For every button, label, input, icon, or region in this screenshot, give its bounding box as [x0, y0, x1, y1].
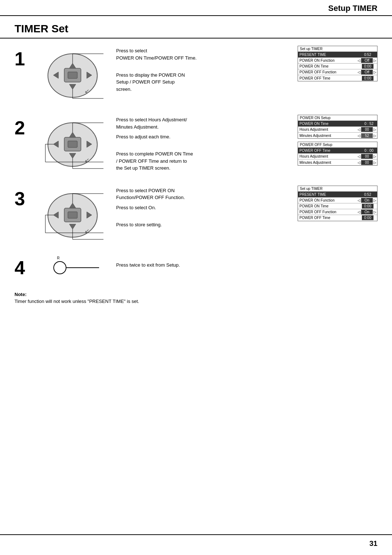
step-3-inst-1: Press to select POWER ONFunction/POWER O…: [116, 187, 294, 201]
step-1-power-off-function-value: Off: [361, 70, 373, 74]
step-1-present-time-row: PRESENT TIME 0:52: [298, 52, 377, 58]
step-2-min-adj-row: Minutes Adjustment ◁ 52 ▷: [298, 133, 377, 138]
step-1-pof-arrow-right: ▷: [373, 58, 377, 62]
footer-page-number: 31: [369, 539, 377, 548]
svg-rect-6: [68, 72, 77, 78]
step-3-power-off-function-value: On: [361, 210, 373, 214]
step-2-hours-adj-value: 00: [361, 127, 373, 132]
step-2-off-min-adj-row: Minutes Adjustment ◁ 00 ▷: [298, 159, 377, 165]
step-2-power-on-time-label: POWER ON Time: [298, 121, 362, 126]
svg-rect-33: [68, 212, 77, 218]
step-2-off-hours-adj-label: Hours Adjustment: [298, 154, 357, 159]
remote-control-2: ↙: [42, 115, 103, 173]
note-text: Timer function will not work unless "PRE…: [15, 299, 377, 304]
note-section: Note: Timer function will not work unles…: [15, 288, 377, 304]
step-2-screen-bottom-title: POWER OFF Setup: [298, 142, 377, 148]
step-2-inst-1: Press to select Hours Adjustment/Minutes…: [116, 116, 294, 130]
main-content: 1 ↙: [0, 39, 392, 311]
step-2-off-hours-arrow-right: ▷: [373, 154, 377, 158]
step-3-screen-box: Set up TIMER PRESENT TIME 0:52 POWER ON …: [298, 186, 377, 221]
step-2-off-min-arrow-right: ▷: [373, 161, 377, 165]
step-2-power-off-time-value: 0 : 00: [362, 148, 376, 153]
step-3-power-on-time-value: 0:00: [362, 204, 373, 208]
step-2-number: 2: [15, 118, 36, 137]
step-3-power-off-time-value: 0:00: [362, 215, 373, 220]
step-1-screen-title: Set up TIMER: [298, 46, 377, 52]
step-2-power-off-time-label: POWER OFF Time: [298, 148, 362, 153]
step-3-pof-arrow-right: ▷: [373, 198, 377, 202]
page-title: TIMER Set: [15, 23, 68, 35]
step-3-number: 3: [15, 189, 36, 208]
header-title: Setup TIMER: [328, 4, 377, 13]
step-1-power-off-time-label: POWER OFF Time: [298, 76, 362, 81]
header: Setup TIMER: [0, 0, 392, 16]
step-1-power-off-function-row: POWER OFF Function ◁ Off ▷: [298, 69, 377, 75]
step-3-inst-3: Press to store setting.: [116, 221, 294, 228]
step-2-screen: POWER ON Setup POWER ON Time 0 : 52 Hour…: [298, 115, 377, 169]
step-2-power-on-time-value: 0 : 52: [362, 121, 376, 126]
step-2-hours-adj-label: Hours Adjustment: [298, 127, 357, 132]
step-1-diagram: ↙: [36, 46, 109, 104]
step-3-power-on-function-row: POWER ON Function ◁ On ▷: [298, 198, 377, 203]
step-1-row: 1 ↙: [15, 46, 377, 104]
step-3-present-time-row: PRESENT TIME 0:52: [298, 192, 377, 198]
step-1-screen-box: Set up TIMER PRESENT TIME 0:52 POWER ON …: [298, 46, 377, 81]
step-2-off-min-arrow-left: ◁: [357, 161, 361, 165]
reset-r-label: R: [57, 256, 60, 260]
step-1-number: 1: [15, 49, 36, 68]
step-2-off-hours-adj-value: 00: [361, 154, 373, 159]
step-2-hours-arrow-right: ▷: [373, 127, 377, 131]
step-4-row: 4 R Press twice to exit from Setup.: [15, 255, 377, 277]
step-1-inst-1: Press to selectPOWER ON Time/POWER OFF T…: [116, 47, 294, 61]
step-3-power-off-time-label: POWER OFF Time: [298, 215, 362, 220]
step-3-present-time-label: PRESENT TIME: [298, 192, 362, 197]
step-3-power-on-function-value: On: [361, 198, 373, 203]
step-3-power-off-function-label: POWER OFF Function: [298, 210, 357, 214]
step-1-pof-arrow-left: ◁: [357, 58, 361, 62]
step-1-power-on-function-label: POWER ON Function: [298, 58, 357, 63]
step-2-power-off-time-row: POWER OFF Time 0 : 00: [298, 148, 377, 154]
step-3-present-time-value: 0:52: [362, 192, 373, 197]
reset-button-circle: [53, 261, 66, 274]
step-2-min-arrow-right: ▷: [373, 134, 377, 138]
footer-line: [0, 534, 392, 535]
step-2-off-min-adj-value: 00: [361, 160, 373, 165]
step-3-poff-arrow-right: ▷: [373, 210, 377, 214]
step-3-inst-2: Press to select On.: [116, 204, 294, 211]
reset-button-line: [66, 267, 99, 268]
step-2-off-hours-arrow-left: ◁: [357, 154, 361, 158]
step-2-hours-arrow-left: ◁: [357, 127, 361, 131]
step-2-min-adj-label: Minutes Adjustment: [298, 133, 357, 138]
step-2-screen-top: POWER ON Setup POWER ON Time 0 : 52 Hour…: [298, 115, 377, 139]
step-3-diagram: ↙: [36, 186, 109, 244]
step-2-hours-adj-row: Hours Adjustment ◁ 00 ▷: [298, 127, 377, 133]
step-3-screen-title: Set up TIMER: [298, 186, 377, 192]
remote-control-1: ↙: [42, 46, 103, 104]
step-1-power-on-time-label: POWER ON Time: [298, 64, 362, 69]
step-3-poff-arrow-left: ◁: [357, 210, 361, 214]
step-2-diagram: ↙: [36, 115, 109, 173]
step-2-power-on-time-row: POWER ON Time 0 : 52: [298, 121, 377, 127]
step-3-pof-arrow-left: ◁: [357, 198, 361, 202]
step-1-poff-arrow-left: ◁: [357, 70, 361, 74]
step-1-poff-arrow-right: ▷: [373, 70, 377, 74]
page-title-section: TIMER Set: [0, 16, 392, 39]
step-3-screen: Set up TIMER PRESENT TIME 0:52 POWER ON …: [298, 186, 377, 224]
step-3-power-off-time-row: POWER OFF Time 0:00: [298, 215, 377, 221]
step-4-diagram: R: [36, 258, 109, 274]
step-1-screen: Set up TIMER PRESENT TIME 0:52 POWER ON …: [298, 46, 377, 84]
step-1-power-off-function-label: POWER OFF Function: [298, 70, 357, 74]
step-1-instructions: Press to selectPOWER ON Time/POWER OFF T…: [116, 46, 294, 96]
step-3-power-on-time-label: POWER ON Time: [298, 204, 362, 208]
remote-control-3: ↙: [42, 186, 103, 244]
step-2-instructions: Press to select Hours Adjustment/Minutes…: [116, 115, 294, 175]
step-1-power-on-function-value: Off: [361, 58, 373, 63]
step-1-power-off-time-value: 0:00: [362, 76, 373, 81]
step-1-present-time-label: PRESENT TIME: [298, 52, 362, 57]
step-1-inst-2: Press to display the POWER ONSetup / POW…: [116, 72, 294, 93]
step-3-power-on-function-label: POWER ON Function: [298, 198, 357, 203]
svg-text:↙: ↙: [85, 88, 89, 94]
step-2-screen-top-title: POWER ON Setup: [298, 115, 377, 121]
step-2-row: 2 ↙ Press to select Hours Adjus: [15, 115, 377, 175]
step-2-screen-bottom: POWER OFF Setup POWER OFF Time 0 : 00 Ho…: [298, 142, 377, 166]
